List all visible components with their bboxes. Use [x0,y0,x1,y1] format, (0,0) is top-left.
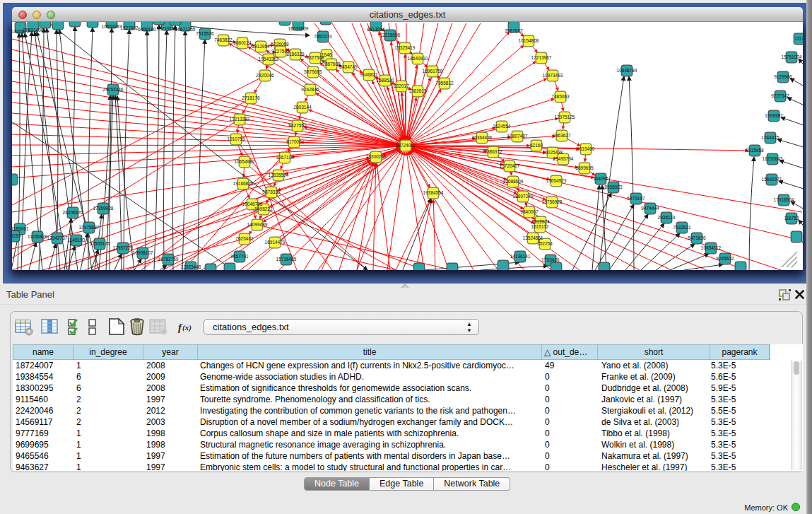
svg-text:9840067: 9840067 [520,209,539,214]
svg-text:8454749: 8454749 [339,64,358,69]
svg-text:817006: 817006 [286,139,302,144]
svg-text:1117: 1117 [794,36,804,41]
svg-text:15692971: 15692971 [762,177,782,182]
svg-text:3267110: 3267110 [276,155,294,160]
svg-text:13535594: 13535594 [269,173,289,177]
svg-text:16210643: 16210643 [763,156,783,161]
svg-text:10807487: 10807487 [507,134,528,139]
svg-text:20691406: 20691406 [23,28,44,33]
svg-text:9463627: 9463627 [553,133,571,138]
svg-text:1362615: 1362615 [408,88,427,93]
svg-text:16671355: 16671355 [175,27,196,32]
svg-text:2087662: 2087662 [505,28,523,33]
svg-text:1145193: 1145193 [68,238,86,243]
svg-text:116753: 116753 [784,216,799,221]
svg-text:18300295: 18300295 [366,154,387,159]
svg-text:1209387: 1209387 [765,113,783,118]
svg-text:7485063: 7485063 [551,94,570,99]
svg-text:13654923: 13654923 [546,178,567,183]
svg-text:8427552: 8427552 [288,123,307,128]
svg-text:7857274: 7857274 [314,34,332,39]
svg-text:12505135: 12505135 [90,241,110,246]
svg-text:1624554: 1624554 [493,124,511,129]
svg-text:2935114: 2935114 [658,215,676,220]
svg-text:9227342: 9227342 [771,93,789,98]
svg-text:16914479: 16914479 [265,240,286,245]
svg-text:12975125: 12975125 [555,115,575,119]
svg-text:9129966: 9129966 [774,74,792,79]
svg-text:9115460: 9115460 [577,146,595,151]
svg-text:1615112: 1615112 [531,224,549,229]
svg-text:2420046: 2420046 [256,73,274,78]
svg-text:10025438: 10025438 [543,150,563,155]
svg-text:8938923: 8938923 [604,185,623,189]
svg-text:12213382: 12213382 [230,117,250,122]
svg-text:17016504: 17016504 [774,197,794,202]
svg-text:15751074: 15751074 [782,54,802,59]
svg-text:9474444: 9474444 [641,206,659,211]
svg-text:2803144: 2803144 [293,105,312,110]
svg-text:7515526: 7515526 [196,31,214,36]
svg-text:164095: 164095 [593,176,608,181]
svg-text:6466160: 6466160 [138,27,156,32]
svg-text:10648784: 10648784 [617,68,637,73]
svg-text:12923448: 12923448 [181,264,201,269]
svg-text:10543362: 10543362 [259,57,279,62]
svg-text:20364436: 20364436 [472,135,493,140]
svg-text:252254: 252254 [537,241,553,246]
svg-text:10046786: 10046786 [242,201,263,206]
svg-text:7625402: 7625402 [235,236,254,241]
svg-text:8813054: 8813054 [367,27,385,32]
svg-text:12218506: 12218506 [380,33,401,37]
svg-text:19384554: 19384554 [423,190,444,195]
svg-text:19166825: 19166825 [233,181,254,186]
svg-text:23495794: 23495794 [553,156,574,161]
svg-text:9146821: 9146821 [360,72,378,77]
svg-text:15720407: 15720407 [500,163,520,168]
svg-text:10653287: 10653287 [102,24,122,29]
svg-text:8186328: 8186328 [286,52,305,57]
svg-text:1546: 1546 [322,52,332,57]
svg-text:62160: 62160 [530,143,543,148]
svg-text:14099489: 14099489 [247,222,268,227]
svg-text:1010755: 1010755 [227,136,245,141]
svg-text:18807249: 18807249 [513,194,534,199]
svg-text:17957225: 17957225 [113,245,134,250]
svg-text:7386372: 7386372 [484,149,502,154]
svg-text:(x): (x) [182,323,192,332]
svg-text:13325419: 13325419 [395,45,416,50]
svg-text:822017: 822017 [394,83,409,88]
svg-text:10654112: 10654112 [701,245,722,250]
svg-text:10975887: 10975887 [79,225,100,230]
svg-text:3912954: 3912954 [252,44,270,49]
svg-text:1244415: 1244415 [761,135,779,140]
svg-text:10958107: 10958107 [133,250,153,255]
svg-text:2867608: 2867608 [322,62,341,66]
svg-text:9242845: 9242845 [301,87,319,92]
svg-text:16033809: 16033809 [288,26,309,31]
svg-text:8471626: 8471626 [688,235,706,240]
svg-text:6479197: 6479197 [627,196,645,201]
svg-text:29053346: 29053346 [103,87,124,92]
svg-text:11156829: 11156829 [28,234,47,239]
svg-text:6899695: 6899695 [575,165,594,170]
svg-text:17359928: 17359928 [93,206,114,211]
svg-text:8215958: 8215958 [746,148,764,153]
svg-text:18724007: 18724007 [396,143,416,148]
svg-text:9245612: 9245612 [716,256,734,261]
svg-text:14136141: 14136141 [510,254,531,259]
svg-text:10154808: 10154808 [519,38,539,43]
svg-text:19756928: 19756928 [542,199,563,204]
svg-text:16961758: 16961758 [423,69,443,74]
svg-text:26206576: 26206576 [63,210,83,215]
svg-text:1588520: 1588520 [376,78,394,83]
svg-text:2718176: 2718176 [242,95,260,100]
svg-text:10688609: 10688609 [503,179,524,184]
svg-text:1612074: 1612074 [531,219,550,224]
svg-text:7632621: 7632621 [673,225,691,230]
svg-text:10973493: 10973493 [543,73,563,78]
svg-text:1527602: 1527602 [120,25,139,30]
svg-text:1733426: 1733426 [541,257,560,262]
svg-text:12942737: 12942737 [47,235,68,240]
svg-text:10654982: 10654982 [235,159,255,164]
